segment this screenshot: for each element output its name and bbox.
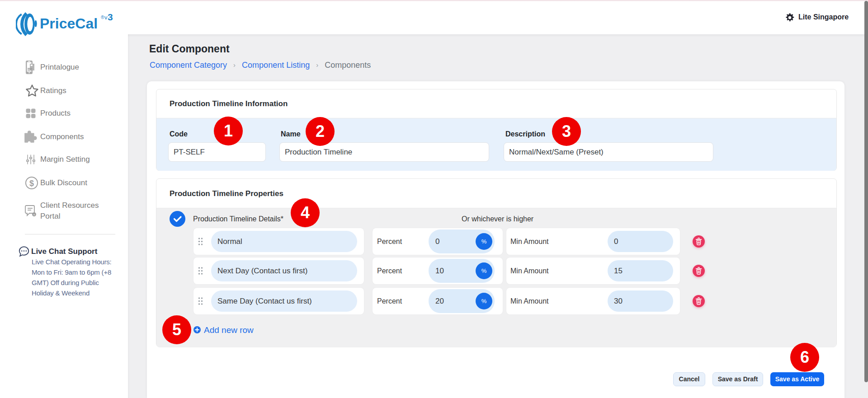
- svg-text:v: v: [104, 14, 108, 21]
- svg-text:$: $: [29, 179, 34, 188]
- svg-text:®: ®: [101, 15, 104, 20]
- svg-text:PriceCal: PriceCal: [40, 15, 98, 32]
- svg-text:3: 3: [108, 12, 113, 22]
- svg-text:+: +: [33, 213, 35, 217]
